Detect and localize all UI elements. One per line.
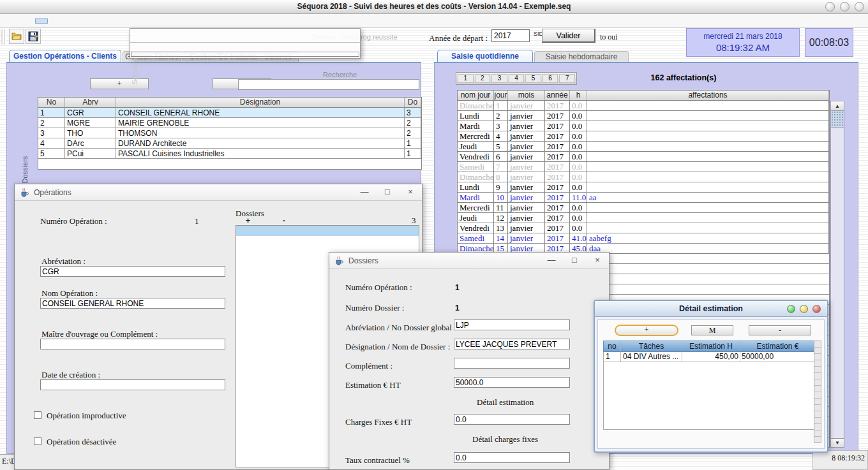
charges-fixes-input[interactable] xyxy=(454,414,570,425)
menu-item[interactable] xyxy=(70,19,82,23)
column-header[interactable]: nom jour xyxy=(458,91,494,100)
table-row[interactable]: Dimanche 1 janvier 2017 0.0 xyxy=(457,101,830,111)
table-row[interactable]: Vendredi 13 janvier 2017 0.0 xyxy=(457,223,830,233)
table-row[interactable]: Vendredi 6 janvier 2017 0.0 xyxy=(457,152,830,162)
abreviation-input[interactable] xyxy=(40,266,225,277)
date-creation-input[interactable] xyxy=(40,379,225,390)
dropdown-menu-item[interactable] xyxy=(130,42,360,47)
table-row[interactable]: Mardi 10 janvier 2017 11.0 aa xyxy=(457,193,830,203)
maximize-icon[interactable]: □ xyxy=(376,184,399,200)
column-header[interactable]: Estimation € xyxy=(740,341,816,351)
remove-task-button[interactable]: - xyxy=(749,325,811,335)
operations-dialog-titlebar[interactable]: Opérations — □ × xyxy=(15,184,422,201)
dropdown-menu-item[interactable] xyxy=(130,47,360,51)
pager-button[interactable]: 7 xyxy=(559,74,575,83)
column-header[interactable]: Do xyxy=(405,98,421,107)
close-icon[interactable]: × xyxy=(586,253,609,268)
window-control-icon[interactable] xyxy=(840,2,849,11)
tab-gestion-operations-clients[interactable]: Gestion Opérations - Clients xyxy=(9,50,121,62)
column-header[interactable]: Estimation H xyxy=(682,341,740,351)
table-row[interactable]: 2 MGRE MAIRIE GRENOBLE 2 xyxy=(38,118,421,128)
scroll-down-icon[interactable]: ▼ xyxy=(831,438,844,447)
table-row[interactable]: Mardi 3 janvier 2017 0.0 xyxy=(457,121,830,131)
save-file-button[interactable] xyxy=(26,29,41,44)
close-icon[interactable]: × xyxy=(399,184,422,200)
table-row[interactable]: 5 PCui PASCALI Cuisines Industrielles 1 xyxy=(38,149,421,159)
column-header[interactable]: h xyxy=(570,91,587,100)
menu-item[interactable] xyxy=(59,19,70,23)
add-task-button[interactable]: + xyxy=(615,325,678,336)
open-file-button[interactable] xyxy=(9,29,24,44)
detail-estimation-button[interactable]: Détail estimation xyxy=(473,397,537,408)
table-row[interactable]: 4 DArc DURAND Architecte 1 xyxy=(38,138,421,149)
add-client-button[interactable]: + xyxy=(90,78,149,89)
taux-contractuel-input[interactable] xyxy=(454,452,570,463)
table-row[interactable]: Jeudi 12 janvier 2017 0.0 xyxy=(457,213,830,223)
toolbar-grip[interactable] xyxy=(1,29,6,45)
list-item[interactable] xyxy=(236,226,419,236)
search-input[interactable] xyxy=(238,79,419,90)
menu-item[interactable] xyxy=(47,19,59,23)
dropdown-menu-item[interactable] xyxy=(130,38,360,41)
maitre-ouvrage-input[interactable] xyxy=(40,339,225,349)
pager-button[interactable]: 6 xyxy=(542,74,558,83)
column-header[interactable]: No xyxy=(38,98,65,107)
window-control-icon[interactable] xyxy=(825,2,835,11)
menu-item[interactable] xyxy=(93,19,105,23)
table-row[interactable]: 3 THO THOMSON 2 xyxy=(38,128,421,138)
detail-estimation-titlebar[interactable]: Détail estimation xyxy=(595,301,827,317)
menu-item[interactable] xyxy=(24,19,36,23)
column-header[interactable]: mois xyxy=(508,91,545,100)
column-header[interactable]: année xyxy=(545,91,570,100)
table-row[interactable]: Lundi 9 janvier 2017 0.0 xyxy=(457,182,830,193)
estimation-scrollbar[interactable] xyxy=(814,341,821,443)
pager-button[interactable]: 5 xyxy=(525,74,541,83)
list-item[interactable] xyxy=(236,236,419,246)
window-control-icon[interactable] xyxy=(855,2,864,11)
dossiers-dialog-titlebar[interactable]: Dossiers — □ × xyxy=(329,253,609,269)
table-row[interactable]: Dimanche 8 janvier 2017 0.0 xyxy=(457,172,830,182)
close-light-icon[interactable] xyxy=(787,305,795,313)
valider-button[interactable]: Valider xyxy=(542,29,595,43)
table-row[interactable]: Samedi 14 janvier 2017 41.0 aabefg xyxy=(457,233,830,244)
nom-operation-input[interactable] xyxy=(40,298,225,309)
operation-desactivee-checkbox[interactable] xyxy=(34,437,41,445)
menu-item[interactable] xyxy=(116,19,128,23)
scrollbar-thumb[interactable] xyxy=(831,111,844,128)
add-dossier-button[interactable]: + xyxy=(246,216,250,225)
operation-improductive-checkbox[interactable] xyxy=(34,411,41,419)
pager-button[interactable]: 4 xyxy=(509,74,525,83)
table-row[interactable]: Mercredi 4 janvier 2017 0.0 xyxy=(457,131,830,142)
table-row[interactable]: Jeudi 5 janvier 2017 0.0 xyxy=(457,142,830,152)
tab-saisie-quotidienne[interactable]: Saisie quotidienne xyxy=(437,50,533,62)
menu-item[interactable] xyxy=(13,19,24,23)
column-header[interactable]: jour xyxy=(494,91,508,100)
menu-item[interactable] xyxy=(139,19,151,23)
abreviation-dossier-input[interactable] xyxy=(454,319,570,330)
column-header[interactable]: Tâches xyxy=(621,341,682,351)
pager-button[interactable]: 1 xyxy=(458,74,474,83)
estimation-input[interactable] xyxy=(454,377,570,388)
menu-item[interactable] xyxy=(105,19,116,23)
detail-charges-fixes-button[interactable]: Détail charges fixes xyxy=(468,434,542,445)
table-row[interactable]: Mercredi 11 janvier 2017 0.0 xyxy=(457,203,830,213)
minimize-icon[interactable]: — xyxy=(540,253,563,268)
column-header[interactable]: Abrv xyxy=(65,98,116,107)
menu-item[interactable] xyxy=(1,19,13,23)
column-header[interactable]: Désignation xyxy=(116,98,405,107)
table-row[interactable]: Lundi 2 janvier 2017 0.0 xyxy=(457,111,830,121)
minimize-icon[interactable]: — xyxy=(353,184,376,200)
modify-task-button[interactable]: M xyxy=(691,325,733,335)
pager-button[interactable]: 2 xyxy=(475,74,491,83)
minimize-light-icon[interactable] xyxy=(800,305,808,313)
remove-dossier-button[interactable]: - xyxy=(283,216,285,225)
table-row[interactable]: 1 04 DIV Autres ... 450,00 50000,00 xyxy=(603,352,815,362)
table-row[interactable]: Samedi 7 janvier 2017 0.0 xyxy=(457,162,830,172)
year-input[interactable] xyxy=(491,29,530,42)
quit-light-icon[interactable] xyxy=(812,305,821,313)
menu-item[interactable] xyxy=(128,19,139,23)
menu-item[interactable] xyxy=(36,19,47,23)
menu-item[interactable] xyxy=(82,19,93,23)
scroll-up-icon[interactable]: ▲ xyxy=(831,101,844,111)
maximize-icon[interactable]: □ xyxy=(563,253,586,268)
